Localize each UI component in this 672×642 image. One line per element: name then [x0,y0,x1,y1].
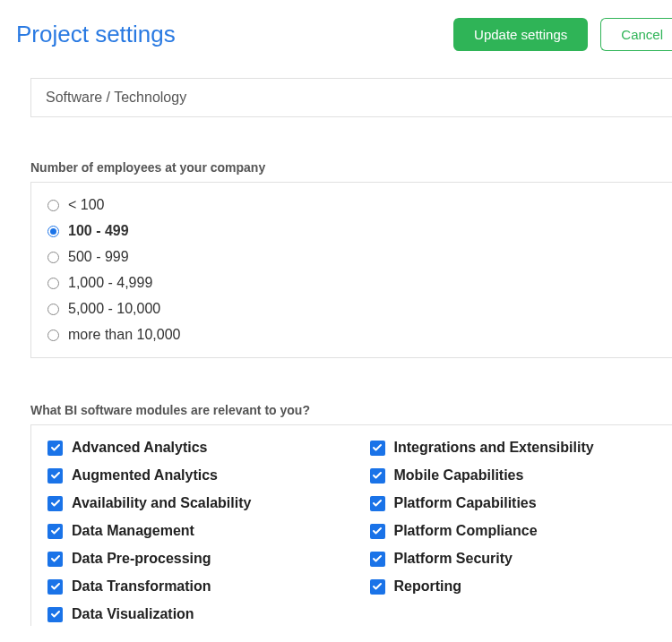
radio-label: 1,000 - 4,999 [68,275,152,291]
modules-column-right: Integrations and ExtensibilityMobile Cap… [370,440,657,622]
radio-icon [47,304,59,315]
radio-icon [47,226,59,237]
radio-label: 5,000 - 10,000 [68,301,160,317]
employees-radio-option[interactable]: 500 - 999 [47,249,656,265]
checkbox-label: Platform Compliance [394,523,538,539]
industry-selected-value: Software / Technology [46,90,186,105]
employees-panel: < 100100 - 499500 - 9991,000 - 4,9995,00… [30,182,672,358]
checkbox-label: Platform Capabilities [394,495,537,511]
module-checkbox-item[interactable]: Integrations and Extensibility [370,440,657,456]
checkbox-icon [370,496,385,511]
checkbox-icon [370,468,385,484]
checkbox-label: Platform Security [394,551,513,567]
employees-radio-option[interactable]: more than 10,000 [47,327,656,343]
module-checkbox-item[interactable]: Platform Compliance [370,523,657,539]
checkbox-icon [370,524,385,539]
modules-panel: Advanced AnalyticsAugmented AnalyticsAva… [30,424,672,626]
checkbox-icon [47,524,63,539]
module-checkbox-item[interactable]: Platform Security [370,551,657,567]
update-settings-button[interactable]: Update settings [453,18,588,51]
employees-section-label: Number of employees at your company [30,160,672,175]
checkbox-icon [47,496,63,511]
radio-icon [47,278,59,289]
checkbox-icon [47,579,63,595]
checkbox-label: Data Pre-processing [72,551,211,567]
checkbox-label: Advanced Analytics [72,440,207,456]
checkbox-label: Mobile Capabilities [394,467,524,484]
checkbox-icon [47,468,63,484]
checkbox-label: Data Management [72,523,194,539]
checkbox-icon [370,441,385,456]
checkbox-icon [370,552,385,567]
industry-select[interactable]: Software / Technology [30,78,672,117]
checkbox-label: Data Visualization [72,606,194,622]
checkbox-label: Data Transformation [72,578,211,595]
modules-column-left: Advanced AnalyticsAugmented AnalyticsAva… [47,440,334,622]
radio-label: < 100 [68,197,104,213]
module-checkbox-item[interactable]: Data Pre-processing [47,551,334,567]
radio-icon [47,200,59,211]
checkbox-label: Reporting [394,578,462,595]
radio-label: 500 - 999 [68,249,129,265]
employees-radio-option[interactable]: 5,000 - 10,000 [47,301,656,317]
cancel-button[interactable]: Cancel [600,18,672,51]
module-checkbox-item[interactable]: Data Transformation [47,578,334,595]
checkbox-icon [47,441,63,456]
radio-icon [47,330,59,341]
employees-radio-option[interactable]: < 100 [47,197,656,213]
checkbox-label: Availability and Scalability [72,495,251,511]
checkbox-label: Integrations and Extensibility [394,440,594,456]
radio-label: 100 - 499 [68,223,129,239]
module-checkbox-item[interactable]: Mobile Capabilities [370,467,657,484]
employees-radio-option[interactable]: 1,000 - 4,999 [47,275,656,291]
header-buttons: Update settings Cancel [453,18,672,51]
module-checkbox-item[interactable]: Data Visualization [47,606,334,622]
page-title: Project settings [16,21,176,48]
checkbox-label: Augmented Analytics [72,467,218,484]
module-checkbox-item[interactable]: Platform Capabilities [370,495,657,511]
checkbox-icon [370,579,385,595]
checkbox-icon [47,552,63,567]
module-checkbox-item[interactable]: Augmented Analytics [47,467,334,484]
module-checkbox-item[interactable]: Reporting [370,578,657,595]
module-checkbox-item[interactable]: Availability and Scalability [47,495,334,511]
module-checkbox-item[interactable]: Advanced Analytics [47,440,334,456]
radio-label: more than 10,000 [68,327,180,343]
employees-radio-group: < 100100 - 499500 - 9991,000 - 4,9995,00… [47,197,656,343]
modules-section-label: What BI software modules are relevant to… [30,403,672,417]
radio-icon [47,252,59,263]
employees-radio-option[interactable]: 100 - 499 [47,223,656,239]
module-checkbox-item[interactable]: Data Management [47,523,334,539]
checkbox-icon [47,607,63,622]
